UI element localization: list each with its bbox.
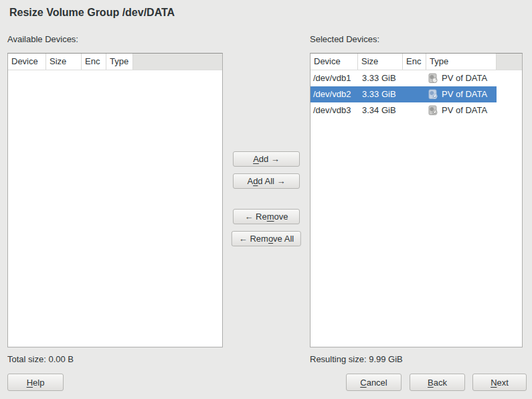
selected-table-header: Device Size Enc Type	[311, 54, 522, 70]
next-button-label: ext	[497, 378, 509, 388]
cell-filler	[497, 102, 522, 118]
dialog-title: Resize Volume Group /dev/DATA	[9, 7, 175, 19]
add-all-button[interactable]: Add All →	[233, 173, 300, 189]
next-button[interactable]: Next	[472, 374, 527, 391]
back-button-label: ack	[434, 378, 447, 388]
cell-device: /dev/vdb1	[311, 70, 358, 86]
cell-size: 3.33 GiB	[358, 86, 403, 102]
total-size-label: Total size: 0.00 B	[7, 354, 74, 364]
help-button-mnemonic: H	[27, 378, 33, 388]
remove-all-button-mnemonic: o	[268, 234, 273, 244]
help-button[interactable]: Help	[7, 374, 64, 391]
remove-all-button-label: ve All	[273, 234, 294, 244]
pv-device-icon	[428, 73, 438, 84]
column-header-type[interactable]: Type	[426, 54, 497, 70]
cell-type-label: PV of DATA	[442, 70, 487, 86]
help-button-label: elp	[33, 378, 44, 388]
selected-devices-label: Selected Devices:	[310, 34, 379, 44]
remove-button[interactable]: ← Remove	[233, 209, 300, 224]
add-all-button-mnemonic: d	[253, 176, 258, 186]
next-button-mnemonic: N	[491, 378, 497, 388]
remove-button-mnemonic: m	[267, 212, 274, 222]
add-all-button-label: A	[247, 176, 253, 186]
column-header-enc[interactable]: Enc	[403, 54, 426, 70]
cell-type: PV of DATA	[426, 86, 497, 102]
cell-device: /dev/vdb2	[311, 86, 358, 102]
cancel-button-label: ancel	[367, 378, 387, 388]
column-header-device[interactable]: Device	[8, 54, 46, 70]
table-row-selected[interactable]: /dev/vdb2 3.33 GiB PV of DATA	[311, 86, 522, 102]
cell-filler	[497, 70, 522, 86]
pv-device-icon	[428, 105, 438, 116]
cell-size: 3.33 GiB	[358, 70, 403, 86]
back-button-mnemonic: B	[428, 378, 434, 388]
selected-table-body: /dev/vdb1 3.33 GiB PV of DATA /dev/v	[311, 70, 522, 118]
column-header-enc[interactable]: Enc	[82, 54, 106, 70]
pv-device-icon	[428, 89, 438, 100]
cell-enc	[403, 86, 426, 102]
column-header-filler	[133, 54, 222, 70]
cell-enc	[403, 102, 426, 118]
resize-volume-group-dialog: Resize Volume Group /dev/DATA Available …	[0, 0, 532, 399]
available-table-header: Device Size Enc Type	[8, 54, 222, 70]
selected-devices-table[interactable]: Device Size Enc Type /dev/vdb1 3.33 GiB	[310, 53, 523, 347]
back-button[interactable]: Back	[410, 374, 465, 391]
cancel-button[interactable]: Cancel	[346, 374, 402, 391]
cell-type: PV of DATA	[426, 102, 497, 118]
column-header-device[interactable]: Device	[311, 54, 358, 70]
add-button-label: dd →	[259, 154, 280, 164]
cell-filler	[497, 86, 522, 102]
remove-button-label: ← Re	[244, 212, 266, 222]
cell-type: PV of DATA	[426, 70, 497, 86]
add-button-mnemonic: A	[253, 154, 259, 164]
cell-type-label: PV of DATA	[442, 86, 487, 102]
column-header-type[interactable]: Type	[106, 54, 133, 70]
resulting-size-label: Resulting size: 9.99 GiB	[310, 354, 403, 364]
column-header-size[interactable]: Size	[358, 54, 403, 70]
add-all-button-label: d All →	[258, 176, 285, 186]
remove-all-button-label: ← Rem	[239, 234, 268, 244]
cell-size: 3.34 GiB	[358, 102, 403, 118]
add-button[interactable]: Add →	[233, 151, 300, 167]
cell-device: /dev/vdb3	[311, 102, 358, 118]
remove-all-button[interactable]: ← Remove All	[232, 231, 301, 246]
table-row[interactable]: /dev/vdb1 3.33 GiB PV of DATA	[311, 70, 522, 86]
table-row[interactable]: /dev/vdb3 3.34 GiB PV of DATA	[311, 102, 522, 118]
available-devices-table[interactable]: Device Size Enc Type	[7, 53, 223, 347]
cell-enc	[403, 70, 426, 86]
column-header-size[interactable]: Size	[46, 54, 82, 70]
remove-button-label: ove	[274, 212, 288, 222]
cell-type-label: PV of DATA	[442, 102, 487, 118]
cancel-button-mnemonic: C	[360, 378, 366, 388]
available-devices-label: Available Devices:	[7, 34, 78, 44]
column-header-filler	[497, 54, 522, 70]
